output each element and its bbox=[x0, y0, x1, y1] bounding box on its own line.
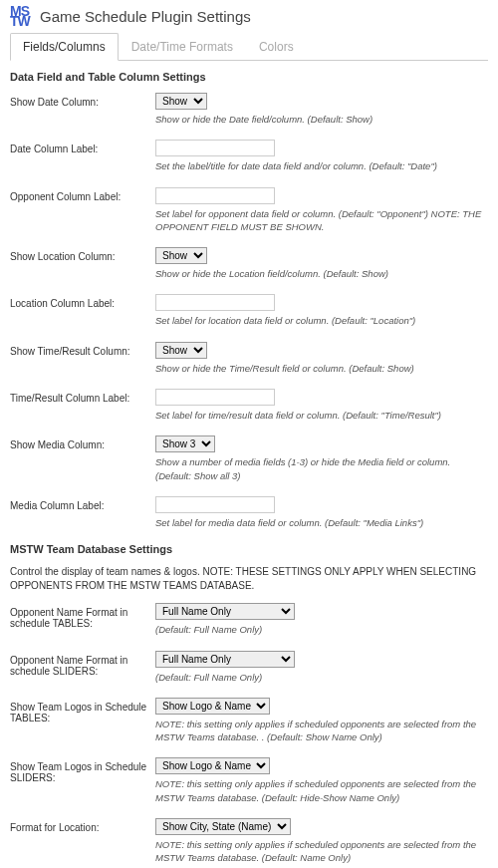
row-logo-sliders: Show Team Logos in Schedule SLIDERS: Sho… bbox=[10, 757, 488, 804]
row-opp-tables: Opponent Name Format in schedule TABLES:… bbox=[10, 603, 488, 636]
row-show-time: Show Time/Result Column: Show Show or hi… bbox=[10, 342, 488, 375]
input-location-label[interactable] bbox=[155, 294, 275, 311]
input-media-label[interactable] bbox=[155, 496, 275, 513]
label-format-location: Format for Location: bbox=[10, 818, 155, 833]
row-time-label: Time/Result Column Label: Set label for … bbox=[10, 389, 488, 422]
section-heading-team-db: MSTW Team Database Settings bbox=[10, 543, 488, 555]
input-time-label[interactable] bbox=[155, 389, 275, 406]
row-date-label: Date Column Label: Set the label/title f… bbox=[10, 140, 488, 172]
select-show-media[interactable]: Show 3 bbox=[155, 435, 215, 452]
row-opp-sliders: Opponent Name Format in schedule SLIDERS… bbox=[10, 651, 488, 684]
desc-show-location: Show or hide the Location field/column. … bbox=[155, 267, 488, 280]
desc-time-label: Set label for time/result data field or … bbox=[155, 409, 488, 422]
desc-media-label: Set label for media data field or column… bbox=[155, 516, 488, 529]
row-show-date: Show Date Column: Show Show or hide the … bbox=[10, 93, 488, 126]
row-location-label: Location Column Label: Set label for loc… bbox=[10, 294, 488, 327]
select-show-location[interactable]: Show bbox=[155, 247, 207, 264]
label-opp-tables: Opponent Name Format in schedule TABLES: bbox=[10, 603, 155, 629]
row-media-label: Media Column Label: Set label for media … bbox=[10, 496, 488, 529]
label-logo-sliders: Show Team Logos in Schedule SLIDERS: bbox=[10, 757, 155, 783]
desc-show-time: Show or hide the Time/Result field or co… bbox=[155, 362, 488, 375]
label-time-label: Time/Result Column Label: bbox=[10, 389, 155, 404]
label-show-location: Show Location Column: bbox=[10, 247, 155, 262]
label-show-media: Show Media Column: bbox=[10, 435, 155, 450]
label-show-date: Show Date Column: bbox=[10, 93, 155, 108]
row-format-location: Format for Location: Show City, State (N… bbox=[10, 818, 488, 865]
row-show-location: Show Location Column: Show Show or hide … bbox=[10, 247, 488, 280]
row-opponent-label: Opponent Column Label: Set label for opp… bbox=[10, 187, 488, 234]
page-header: MS TW Game Schedule Plugin Settings bbox=[10, 6, 488, 26]
settings-tabs: Fields/Columns Date/Time Formats Colors bbox=[10, 32, 488, 61]
select-show-date[interactable]: Show bbox=[155, 93, 207, 110]
desc-format-location: NOTE: this setting only applies if sched… bbox=[155, 838, 488, 865]
desc-date-label: Set the label/title for date data field … bbox=[155, 159, 488, 172]
desc-location-label: Set label for location data field or col… bbox=[155, 314, 488, 327]
desc-show-media: Show a number of media fields (1-3) or h… bbox=[155, 455, 488, 482]
label-logo-tables: Show Team Logos in Schedule TABLES: bbox=[10, 698, 155, 723]
tab-fields-columns[interactable]: Fields/Columns bbox=[10, 33, 119, 61]
label-opp-sliders: Opponent Name Format in schedule SLIDERS… bbox=[10, 651, 155, 677]
select-logo-sliders[interactable]: Show Logo & Name bbox=[155, 757, 270, 774]
desc-opp-tables: (Default: Full Name Only) bbox=[155, 623, 488, 636]
row-logo-tables: Show Team Logos in Schedule TABLES: Show… bbox=[10, 698, 488, 744]
input-opponent-label[interactable] bbox=[155, 187, 275, 204]
section-intro-team-db: Control the display of team names & logo… bbox=[10, 565, 488, 593]
select-show-time[interactable]: Show bbox=[155, 342, 207, 359]
tab-datetime-formats[interactable]: Date/Time Formats bbox=[119, 33, 246, 61]
select-format-location[interactable]: Show City, State (Name) bbox=[155, 818, 291, 835]
desc-logo-tables: NOTE: this setting only applies if sched… bbox=[155, 718, 488, 744]
mstw-logo: MS TW bbox=[10, 6, 34, 26]
tab-colors[interactable]: Colors bbox=[246, 33, 307, 61]
label-opponent-label: Opponent Column Label: bbox=[10, 187, 155, 202]
label-show-time: Show Time/Result Column: bbox=[10, 342, 155, 357]
section-heading-fields: Data Field and Table Column Settings bbox=[10, 71, 488, 83]
desc-opponent-label: Set label for opponent data field or col… bbox=[155, 207, 488, 234]
label-media-label: Media Column Label: bbox=[10, 496, 155, 511]
input-date-label[interactable] bbox=[155, 140, 275, 156]
desc-opp-sliders: (Default: Full Name Only) bbox=[155, 671, 488, 684]
desc-logo-sliders: NOTE: this setting only applies if sched… bbox=[155, 777, 488, 804]
page-title: Game Schedule Plugin Settings bbox=[40, 8, 251, 25]
select-logo-tables[interactable]: Show Logo & Name bbox=[155, 698, 270, 715]
desc-show-date: Show or hide the Date field/column. (Def… bbox=[155, 113, 488, 126]
label-location-label: Location Column Label: bbox=[10, 294, 155, 309]
label-date-label: Date Column Label: bbox=[10, 140, 155, 154]
select-opp-tables[interactable]: Full Name Only bbox=[155, 603, 295, 620]
row-show-media: Show Media Column: Show 3 Show a number … bbox=[10, 435, 488, 482]
select-opp-sliders[interactable]: Full Name Only bbox=[155, 651, 295, 668]
